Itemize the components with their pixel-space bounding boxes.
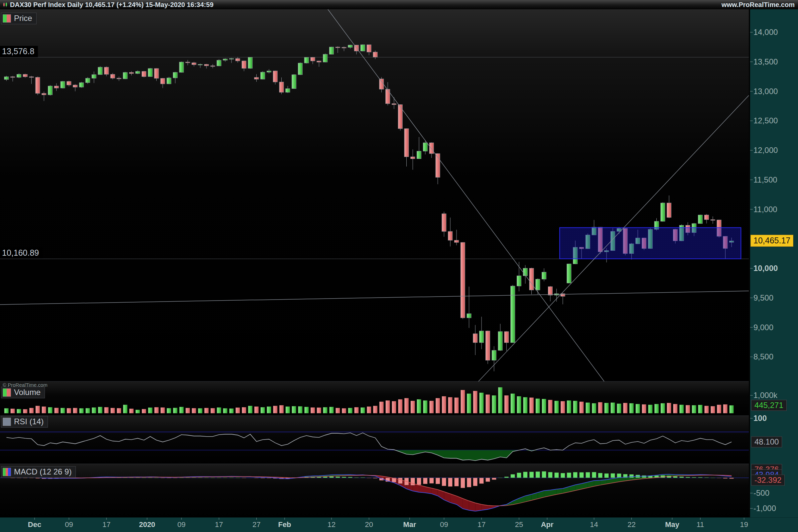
macd-hist-value-label: -32.392: [751, 475, 785, 486]
time-axis-label: 25: [515, 520, 523, 529]
price-axis-label: 11,000: [754, 205, 777, 214]
macd-axis-label: -1,000: [754, 504, 776, 513]
volume-value-label: 445,271: [751, 400, 787, 411]
trendline-2[interactable]: [478, 95, 749, 381]
price-legend-label: Price: [14, 14, 32, 23]
price-axis-label: 11,500: [754, 175, 777, 185]
price-pane[interactable]: [0, 9, 749, 381]
legend-rsi[interactable]: RSI (14): [1, 416, 48, 428]
time-axis-label: 22: [627, 520, 635, 529]
rsi-legend-label: RSI (14): [14, 417, 43, 426]
time-axis-label: 14: [590, 520, 598, 529]
volume-bars: [4, 387, 734, 413]
time-axis-label: 27: [252, 520, 260, 529]
candles: [4, 44, 734, 371]
level-label-low[interactable]: 10,160.89: [0, 247, 42, 259]
time-axis-label: 12: [327, 520, 336, 529]
macd-axis-label: -500: [754, 489, 770, 498]
macd-pane[interactable]: [0, 464, 749, 517]
macd-histogram: [11, 471, 734, 488]
volume-pane[interactable]: [0, 381, 749, 416]
rsi-value-label: 48.100: [751, 436, 782, 447]
time-axis-label: 17: [215, 520, 223, 529]
legend-price[interactable]: Price: [1, 13, 37, 24]
price-axis-label: 10,000: [754, 264, 778, 273]
time-axis-label: Apr: [541, 520, 554, 529]
time-axis-label: May: [665, 520, 679, 529]
chart-title: DAX30 Perf Index Daily 10,465.17 (+1.24%…: [10, 1, 213, 8]
rsi-axis-label: 100: [754, 414, 767, 423]
site-link[interactable]: www.ProRealTime.com: [722, 1, 795, 8]
price-axis-label: 9,000: [754, 323, 773, 332]
time-axis-label: Dec: [28, 520, 41, 529]
price-axis-label: 12,000: [754, 146, 778, 155]
legend-volume[interactable]: Volume: [1, 387, 45, 398]
volume-axis-label: 1,000k: [754, 391, 777, 400]
time-axis-label: 17: [102, 520, 110, 529]
price-axis-label: 13,000: [754, 87, 778, 96]
price-axis-label: 12,500: [754, 116, 778, 125]
time-axis-label: Mar: [403, 520, 416, 529]
price-axis-label: 14,000: [754, 27, 778, 37]
time-axis-label: 20: [365, 520, 373, 529]
time-axis-label: 19: [740, 520, 748, 529]
volume-legend-label: Volume: [14, 388, 41, 397]
macd-legend-label: MACD (12 26 9): [14, 467, 72, 476]
rsi-oversold-fill: [6, 450, 732, 460]
time-axis-label: 09: [65, 520, 73, 529]
rsi-legend-icon: [3, 418, 11, 426]
header-bar: DAX30 Perf Index Daily 10,465.17 (+1.24%…: [0, 0, 798, 9]
level-label-high[interactable]: 13,576.8: [0, 46, 38, 57]
time-axis-label: 11: [697, 520, 704, 529]
legend-macd[interactable]: MACD (12 26 9): [1, 466, 76, 478]
rsi-line: [6, 433, 732, 460]
price-axis-label: 9,500: [754, 293, 773, 303]
macd-band: [6, 474, 732, 511]
macd-legend-icon: [3, 468, 11, 476]
time-axis-label: 09: [177, 520, 186, 529]
time-axis-label: 2020: [139, 520, 155, 529]
time-axis-label: Feb: [278, 520, 291, 529]
price-axis-label: 13,500: [754, 57, 778, 66]
time-axis-label: 17: [477, 520, 486, 529]
volume-legend-icon: [3, 388, 11, 397]
drawn-zone[interactable]: [559, 228, 741, 259]
trendline-1[interactable]: [0, 291, 749, 305]
last-price-label: 10,465.17: [750, 235, 793, 247]
time-axis-label: 09: [440, 520, 448, 529]
price-axis-label: 8,500: [754, 352, 773, 361]
chart-canvas[interactable]: [0, 0, 798, 532]
candlestick-icon: [3, 2, 8, 7]
macd-line: [6, 474, 732, 511]
rsi-pane[interactable]: [0, 416, 749, 464]
price-legend-icon: [3, 14, 11, 23]
trendline-0[interactable]: [328, 9, 604, 381]
macd-signal-line: [6, 475, 732, 506]
prorealtime-window: DAX30 Perf Index Daily 10,465.17 (+1.24%…: [0, 0, 798, 532]
